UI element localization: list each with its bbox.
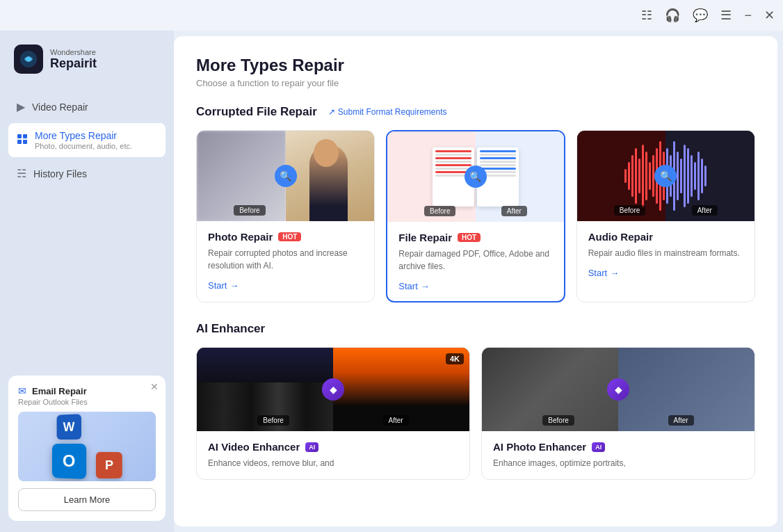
file-hot-badge: HOT: [458, 233, 481, 242]
audio-repair-image: 🔍 Before After: [577, 131, 754, 221]
email-icon: ✉: [18, 385, 26, 396]
logo-brand: Wondershare: [50, 48, 97, 56]
svg-rect-5: [23, 140, 27, 144]
ai-video-title-row: AI Video Enhancer AI: [208, 441, 458, 453]
sidebar-item-label-video-repair: Video Repair: [32, 102, 88, 113]
ai-video-enhancer-card[interactable]: 4K ◆ Before After AI Video Enhancer AI E…: [196, 347, 470, 480]
menu-icon[interactable]: ☰: [720, 8, 732, 23]
email-card-title: Email Repair: [32, 386, 87, 396]
photo-repair-desc: Repair corrupted photos and increase res…: [208, 247, 363, 272]
photo-repair-body: Photo Repair HOT Repair corrupted photos…: [197, 221, 374, 300]
file-start-arrow: →: [421, 281, 430, 291]
logo-name: Repairit: [50, 56, 97, 71]
ai-photo-desc: Enhance images, optimize portraits,: [493, 457, 743, 469]
email-card-sub: Repair Outlook Files: [18, 398, 156, 406]
title-bar: ☷ 🎧 💬 ☰ − ✕: [0, 0, 783, 31]
sidebar-item-video-repair[interactable]: ▶ Video Repair: [8, 93, 166, 120]
file-repair-card[interactable]: 🔍 Before After File Repair HOT Repair da…: [386, 130, 565, 303]
photo-before-label: Before: [234, 205, 265, 216]
file-ba-labels: Before After: [387, 206, 563, 216]
ai-photo-badge: AI: [592, 442, 605, 452]
ai-enhancer-title: AI Enhancer: [196, 322, 265, 336]
ai-photo-title-row: AI Photo Enhancer AI: [493, 441, 743, 453]
photo-repair-image: 🔍 Before After: [197, 131, 374, 221]
email-repair-card: ✕ ✉ Email Repair Repair Outlook Files W …: [8, 376, 166, 521]
audio-repair-body: Audio Repair Repair audio files in mains…: [577, 221, 754, 288]
email-card-close-icon[interactable]: ✕: [150, 381, 159, 392]
ai-video-overlay-icon: ◆: [322, 378, 344, 401]
chat-icon[interactable]: 💬: [693, 8, 708, 23]
sidebar-spacer: [8, 190, 166, 367]
history-files-icon: ☵: [17, 167, 26, 180]
ai-photo-before-label: Before: [542, 415, 574, 426]
page-subtitle: Choose a function to repair your file: [196, 78, 755, 88]
outlook-icon: O: [52, 444, 86, 479]
audio-before-label: Before: [614, 205, 645, 216]
email-card-header: ✉ Email Repair: [18, 385, 156, 396]
account-icon[interactable]: ☷: [641, 8, 652, 23]
file-after-label: After: [501, 206, 527, 216]
svg-rect-2: [17, 134, 22, 138]
word-icon: W: [57, 414, 81, 440]
video-repair-icon: ▶: [17, 100, 25, 113]
ai-video-title: AI Video Enhancer: [208, 441, 300, 453]
more-types-label: More Types Repair: [35, 130, 132, 141]
svg-point-1: [26, 57, 31, 61]
file-repair-start[interactable]: Start →: [398, 281, 552, 291]
audio-after-label: After: [692, 205, 718, 216]
page-title: More Types Repair: [196, 56, 755, 75]
ai-enhancer-cards: 4K ◆ Before After AI Video Enhancer AI E…: [196, 347, 755, 480]
sidebar: Wondershare Repairit ▶ Video Repair More…: [0, 31, 174, 532]
ai-video-badge: AI: [305, 442, 318, 452]
sidebar-item-more-types-repair[interactable]: More Types Repair Photo, document, audio…: [8, 123, 166, 157]
minimize-icon[interactable]: −: [744, 8, 752, 23]
photo-repair-title-row: Photo Repair HOT: [208, 231, 363, 243]
more-types-sub: Photo, document, audio, etc.: [35, 142, 132, 150]
audio-repair-card[interactable]: 🔍 Before After Audio Repair Repair audio…: [576, 130, 755, 303]
audio-repair-title: Audio Repair: [588, 231, 653, 243]
audio-start-label: Start: [588, 268, 607, 278]
ai-photo-body: AI Photo Enhancer AI Enhance images, opt…: [482, 431, 754, 479]
logo-text: Wondershare Repairit: [50, 48, 97, 71]
file-repair-body: File Repair HOT Repair damaged PDF, Offi…: [387, 222, 563, 301]
external-link-icon: ↗: [328, 107, 335, 117]
photo-start-label: Start: [208, 280, 227, 291]
headset-icon[interactable]: 🎧: [665, 8, 680, 23]
ai-video-desc: Enhance videos, remove blur, and: [208, 457, 458, 469]
4k-badge: 4K: [446, 353, 464, 364]
ai-enhancer-header: AI Enhancer: [196, 322, 755, 336]
corrupted-file-repair-cards: 🔍 Before After Photo Repair HOT Repair c…: [196, 130, 755, 303]
audio-start-arrow: →: [610, 268, 619, 278]
learn-more-button[interactable]: Learn More: [18, 488, 156, 511]
floating-icons-group: W O P: [45, 412, 129, 481]
audio-ba-labels: Before After: [577, 205, 754, 216]
ai-video-body: AI Video Enhancer AI Enhance videos, rem…: [197, 431, 469, 479]
ai-photo-ba-labels: Before After: [482, 415, 754, 426]
ai-photo-enhancer-card[interactable]: ◆ Before After AI Photo Enhancer AI Enha…: [481, 347, 755, 480]
photo-repair-title: Photo Repair: [208, 231, 273, 243]
app-logo-icon: [14, 45, 43, 74]
submit-link-text: Submit Format Requirements: [338, 107, 447, 117]
more-types-icon: [17, 134, 28, 147]
main-content: More Types Repair Choose a function to r…: [174, 36, 777, 526]
audio-repair-icon: 🔍: [654, 165, 677, 187]
photo-repair-icon: 🔍: [275, 165, 297, 187]
sidebar-item-history-files[interactable]: ☵ History Files: [8, 160, 166, 187]
email-card-illustration: W O P: [18, 412, 156, 481]
photo-hot-badge: HOT: [278, 232, 301, 241]
ai-photo-title: AI Photo Enhancer: [493, 441, 586, 453]
more-types-label-group: More Types Repair Photo, document, audio…: [35, 130, 132, 150]
ai-video-after-label: After: [383, 415, 409, 426]
svg-rect-4: [17, 140, 22, 144]
photo-repair-card[interactable]: 🔍 Before After Photo Repair HOT Repair c…: [196, 130, 375, 303]
photo-start-arrow: →: [229, 280, 239, 291]
ai-photo-after-label: After: [668, 415, 694, 426]
file-repair-image: 🔍 Before After: [387, 131, 563, 222]
submit-format-link[interactable]: ↗ Submit Format Requirements: [328, 107, 447, 117]
file-repair-desc: Repair damaged PDF, Office, Adobe and ar…: [398, 248, 552, 273]
svg-rect-3: [23, 134, 27, 138]
photo-repair-start[interactable]: Start →: [208, 280, 363, 291]
close-icon[interactable]: ✕: [764, 8, 775, 23]
ai-video-before-label: Before: [257, 415, 289, 426]
audio-repair-start[interactable]: Start →: [588, 268, 743, 278]
